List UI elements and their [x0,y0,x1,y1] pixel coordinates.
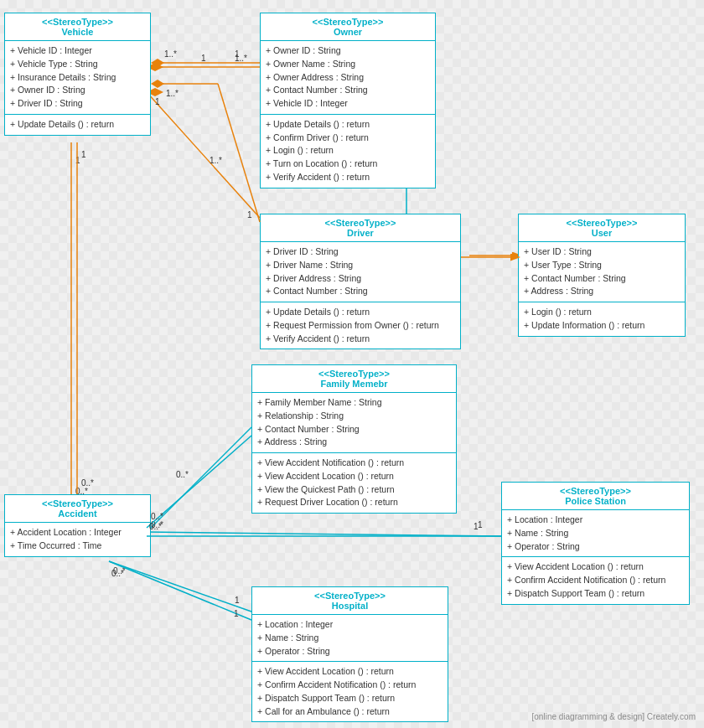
svg-text:0..*: 0..* [113,566,126,576]
owner-attributes: + Owner ID : String + Owner Name : Strin… [261,41,435,115]
accident-stereotype: <<StereoType>> [10,498,145,509]
driver-box: <<StereoType>> Driver + Driver ID : Stri… [260,214,461,349]
hospital-methods: + View Accident Location () : return + C… [252,662,448,721]
svg-text:0..*: 0..* [151,520,163,529]
svg-text:1: 1 [474,522,479,531]
police-station-stereotype: <<StereoType>> [507,486,684,496]
owner-header: <<StereoType>> Owner [261,13,435,41]
police-station-box: <<StereoType>> Police Station + Location… [501,482,690,605]
svg-text:1..*: 1..* [166,89,179,98]
owner-methods: + Update Details () : return + Confirm D… [261,115,435,188]
accident-attributes: + Accident Location : Integer + Time Occ… [5,523,150,556]
driver-methods: + Update Details () : return + Request P… [261,302,460,349]
user-name: User [524,228,680,238]
driver-attributes: + Driver ID : String + Driver Name : Str… [261,242,460,302]
vehicle-header: <<StereoType>> Vehicle [5,13,150,41]
svg-text:0..*: 0..* [149,522,162,531]
svg-line-19 [109,561,251,612]
svg-text:1: 1 [247,210,252,219]
police-station-name: Police Station [507,496,684,506]
user-methods: + Login () : return + Update Information… [519,302,685,336]
svg-line-14 [147,427,251,532]
svg-line-4 [147,92,260,218]
svg-text:1: 1 [234,609,239,618]
svg-line-40 [109,561,251,620]
owner-stereotype: <<StereoType>> [266,17,430,27]
hospital-attributes: + Location : Integer + Name : String + O… [252,615,448,662]
hospital-name: Hospital [257,601,443,611]
svg-text:1..*: 1..* [164,49,177,59]
accident-box: <<StereoType>> Accident + Accident Locat… [4,494,151,557]
accident-header: <<StereoType>> Accident [5,495,150,523]
user-box: <<StereoType>> User + User ID : String +… [518,214,686,337]
vehicle-name: Vehicle [10,27,145,37]
family-member-header: <<StereoType>> Family Memebr [252,365,456,393]
svg-text:0..*: 0..* [81,478,94,488]
svg-text:1: 1 [235,596,240,605]
vehicle-attributes: + Vehicle ID : Integer + Vehicle Type : … [5,41,150,115]
hospital-box: <<StereoType>> Hospital + Location : Int… [251,586,448,722]
family-member-stereotype: <<StereoType>> [257,369,451,379]
hospital-stereotype: <<StereoType>> [257,591,443,601]
svg-text:1: 1 [155,97,160,106]
user-header: <<StereoType>> User [519,214,685,242]
police-station-attributes: + Location : Integer + Name : String + O… [502,510,689,557]
svg-text:1..*: 1..* [210,156,222,165]
owner-box: <<StereoType>> Owner + Owner ID : String… [260,13,436,188]
user-attributes: + User ID : String + User Type : String … [519,242,685,302]
svg-marker-28 [151,80,164,88]
svg-marker-23 [151,59,164,67]
user-stereotype: <<StereoType>> [524,218,680,228]
family-member-name: Family Memebr [257,379,451,389]
vehicle-methods: + Update Details () : return [5,115,150,135]
watermark: [online diagramming & design] Creately.c… [532,712,696,721]
svg-text:0..*: 0..* [111,569,124,578]
owner-name: Owner [266,27,430,37]
svg-text:1: 1 [235,49,240,59]
family-member-attributes: + Family Member Name : String + Relation… [252,393,456,453]
family-member-methods: + View Accident Notification () : return… [252,453,456,513]
svg-text:1..*: 1..* [235,54,247,63]
police-station-header: <<StereoType>> Police Station [502,483,689,510]
hospital-header: <<StereoType>> Hospital [252,587,448,615]
driver-stereotype: <<StereoType>> [266,218,455,228]
police-station-methods: + View Accident Location () : return + C… [502,557,689,603]
svg-line-16 [147,532,503,536]
svg-text:0..*: 0..* [176,470,189,479]
svg-text:1: 1 [81,150,86,159]
svg-line-27 [218,84,260,222]
vehicle-box: <<StereoType>> Vehicle + Vehicle ID : In… [4,13,151,136]
family-member-box: <<StereoType>> Family Memebr + Family Me… [251,364,457,514]
svg-text:1: 1 [75,156,80,165]
svg-text:1: 1 [201,54,206,63]
svg-text:1: 1 [478,520,483,529]
svg-text:0..*: 0..* [151,512,163,521]
driver-name: Driver [266,228,455,238]
svg-line-35 [147,436,251,528]
vehicle-stereotype: <<StereoType>> [10,17,145,27]
accident-name: Accident [10,509,145,519]
driver-header: <<StereoType>> Driver [261,214,460,242]
